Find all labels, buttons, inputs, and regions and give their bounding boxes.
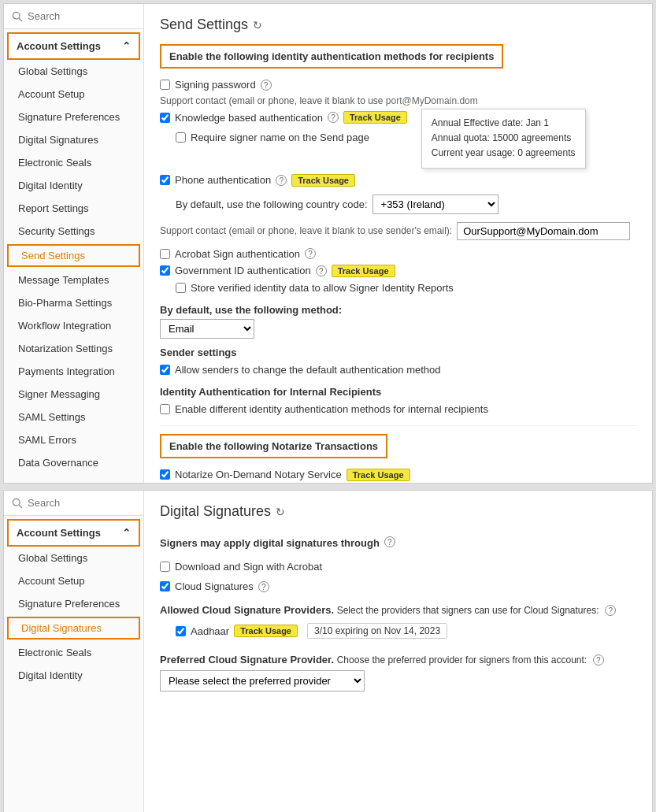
- search-input-1[interactable]: [28, 10, 135, 22]
- sidebar-2: Account Settings ⌃ Global Settings Accou…: [4, 491, 144, 812]
- svg-point-0: [13, 12, 20, 19]
- country-code-select[interactable]: +353 (Ireland): [372, 195, 498, 214]
- preferred-sub: Choose the preferred provider for signer…: [337, 654, 587, 666]
- sender-settings-title: Sender settings: [160, 347, 636, 358]
- kba-checkbox[interactable]: [160, 113, 170, 123]
- sidebar-item-security-settings-1[interactable]: Security Settings: [4, 220, 143, 243]
- help-icon-govt-id[interactable]: ?: [316, 265, 327, 276]
- sidebar-group-account-settings-2[interactable]: Account Settings ⌃: [7, 519, 140, 547]
- preferred-provider-select[interactable]: Please select the preferred provider: [160, 670, 365, 691]
- sidebar-item-digital-identity-1[interactable]: Digital Identity: [4, 174, 143, 197]
- require-signer-checkbox[interactable]: [176, 132, 186, 143]
- support-email-input[interactable]: [457, 222, 630, 240]
- support-email-row: Support contact (email or phone, leave i…: [160, 220, 636, 243]
- sidebar-item-send-settings-1[interactable]: Send Settings: [7, 244, 140, 267]
- phone-track-usage-btn[interactable]: Track Usage: [291, 174, 355, 187]
- help-icon-phone[interactable]: ?: [276, 175, 287, 186]
- sidebar-item-global-settings-1[interactable]: Global Settings: [4, 60, 143, 83]
- search-icon-1: [12, 11, 23, 22]
- help-icon-allowed[interactable]: ?: [605, 605, 616, 616]
- section2-highlight: Enable the following Notarize Transactio…: [160, 434, 387, 458]
- download-sign-row: Download and Sign with Acrobat: [160, 558, 636, 575]
- sidebar-group-label-1: Account Settings: [17, 40, 101, 52]
- preferred-provider-section: Preferred Cloud Signature Provider. Choo…: [160, 654, 636, 666]
- search-input-2[interactable]: [28, 497, 135, 509]
- govt-id-checkbox[interactable]: [160, 265, 170, 276]
- kba-row-wrapper: Knowledge based authentication ? Track U…: [160, 109, 636, 169]
- kba-track-usage-btn[interactable]: Track Usage: [343, 111, 407, 124]
- sidebar-item-electronic-seals-1[interactable]: Electronic Seals: [4, 151, 143, 174]
- sidebar-item-signature-preferences-1[interactable]: Signature Preferences: [4, 106, 143, 128]
- sidebar-item-signature-preferences-2[interactable]: Signature Preferences: [4, 592, 143, 615]
- expiry-badge: 3/10 expiring on Nov 14, 2023: [307, 623, 447, 639]
- help-icon-signers[interactable]: ?: [384, 536, 395, 547]
- sidebar-item-saml-settings-1[interactable]: SAML Settings: [4, 406, 143, 428]
- help-icon-signing-password[interactable]: ?: [261, 80, 272, 91]
- sender-allow-checkbox[interactable]: [160, 365, 170, 375]
- help-icon-acrobat[interactable]: ?: [305, 248, 316, 259]
- refresh-icon-1[interactable]: ↻: [253, 19, 262, 32]
- cloud-sig-checkbox[interactable]: [160, 581, 170, 591]
- main-content-2: Digital Signatures ↻ Signers may apply d…: [144, 491, 652, 812]
- signers-label: Signers may apply digital signatures thr…: [160, 537, 380, 549]
- sidebar-item-data-governance-1[interactable]: Data Governance: [4, 451, 143, 474]
- main-content-1: Send Settings ↻ Enable the following ide…: [144, 4, 652, 483]
- page-title-1: Send Settings ↻: [160, 17, 636, 33]
- store-identity-checkbox[interactable]: [176, 283, 186, 293]
- sidebar-item-message-templates-1[interactable]: Message Templates: [4, 269, 143, 291]
- notarize1-track-usage-btn[interactable]: Track Usage: [347, 469, 410, 481]
- svg-point-2: [13, 499, 20, 506]
- phone-auth-row: Phone authentication ? Track Usage: [160, 172, 636, 189]
- phone-auth-checkbox[interactable]: [160, 175, 170, 185]
- sidebar-item-account-setup-1[interactable]: Account Setup: [4, 83, 143, 106]
- sender-allow-row: Allow senders to change the default auth…: [160, 362, 636, 378]
- help-icon-preferred[interactable]: ?: [593, 654, 604, 666]
- search-bar-2[interactable]: [4, 491, 143, 516]
- kba-tooltip: Annual Effective date: Jan 1 Annual quot…: [421, 109, 586, 169]
- signers-apply-row: Signers may apply digital signatures thr…: [160, 531, 636, 552]
- acrobat-sign-checkbox[interactable]: [160, 249, 170, 259]
- allowed-sub: Select the providers that signers can us…: [337, 605, 599, 616]
- sidebar-item-signer-messaging-1[interactable]: Signer Messaging: [4, 383, 143, 406]
- chevron-up-icon-1: ⌃: [122, 40, 131, 52]
- identity-auth-checkbox[interactable]: [160, 404, 170, 414]
- govt-id-row: Government ID authentication ? Track Usa…: [160, 262, 636, 280]
- sidebar-group-account-settings-1[interactable]: Account Settings ⌃: [7, 32, 140, 60]
- sidebar-nav-1: Account Settings ⌃ Global Settings Accou…: [4, 29, 143, 483]
- allowed-label: Allowed Cloud Signature Providers.: [160, 604, 334, 616]
- aadhaar-row: Aadhaar Track Usage 3/10 expiring on Nov…: [160, 621, 636, 641]
- help-icon-cloud[interactable]: ?: [258, 581, 269, 592]
- search-bar-1[interactable]: [4, 4, 143, 29]
- sidebar-item-bio-pharma-1[interactable]: Bio-Pharma Settings: [4, 291, 143, 314]
- notarize1-checkbox[interactable]: [160, 469, 170, 480]
- sidebar-item-account-setup-2[interactable]: Account Setup: [4, 569, 143, 592]
- aadhaar-track-usage-btn[interactable]: Track Usage: [234, 625, 298, 637]
- require-signer-row: Require signer name on the Send page: [160, 129, 407, 146]
- allowed-providers-section: Allowed Cloud Signature Providers. Selec…: [160, 604, 636, 616]
- preferred-label: Preferred Cloud Signature Provider.: [160, 654, 334, 666]
- country-code-row: By default, use the following country co…: [160, 192, 636, 217]
- refresh-icon-2[interactable]: ↻: [276, 506, 285, 518]
- sidebar-item-notarization-1[interactable]: Notarization Settings: [4, 337, 143, 360]
- default-method-select[interactable]: Email: [160, 319, 254, 339]
- sidebar-item-workflow-integration-1[interactable]: Workflow Integration: [4, 314, 143, 337]
- govt-id-track-usage-btn[interactable]: Track Usage: [332, 265, 395, 277]
- sidebar-item-global-settings-2[interactable]: Global Settings: [4, 547, 143, 569]
- sidebar-item-digital-signatures-1[interactable]: Digital Signatures: [4, 128, 143, 151]
- sidebar-item-electronic-seals-2[interactable]: Electronic Seals: [4, 641, 143, 664]
- search-icon-2: [12, 498, 23, 509]
- svg-line-3: [19, 505, 22, 508]
- signing-password-checkbox[interactable]: [160, 80, 170, 90]
- download-sign-checkbox[interactable]: [160, 562, 170, 572]
- aadhaar-checkbox[interactable]: [176, 626, 186, 636]
- sidebar-item-digital-signatures-2[interactable]: Digital Signatures: [7, 617, 140, 640]
- sidebar-item-report-settings-1[interactable]: Report Settings: [4, 197, 143, 220]
- sidebar-item-digital-identity-2[interactable]: Digital Identity: [4, 664, 143, 687]
- store-identity-row: Store verified identity data to allow Si…: [160, 280, 636, 296]
- sidebar-nav-2: Account Settings ⌃ Global Settings Accou…: [4, 516, 143, 812]
- help-icon-kba[interactable]: ?: [328, 112, 339, 123]
- svg-line-1: [19, 18, 22, 21]
- sidebar-item-payments-1[interactable]: Payments Integration: [4, 360, 143, 383]
- default-method-label: By default, use the following method:: [160, 304, 636, 316]
- sidebar-item-saml-errors-1[interactable]: SAML Errors: [4, 428, 143, 451]
